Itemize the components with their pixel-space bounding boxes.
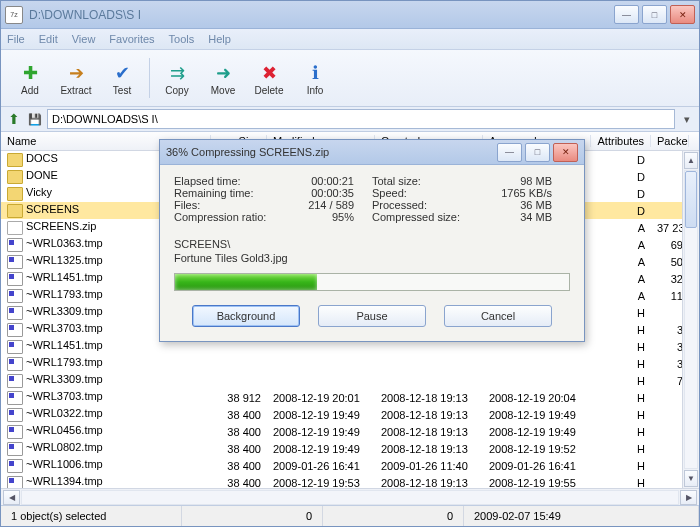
dialog-titlebar[interactable]: 36% Compressing SCREENS.zip — □ ✕ [160, 140, 584, 165]
file-name: ~WRL0456.tmp [26, 424, 103, 436]
table-row[interactable]: ~WRL0456.tmp38 4002008-12-19 19:492008-1… [1, 423, 699, 440]
menu-favorites[interactable]: Favorites [109, 33, 154, 45]
remaining-label: Remaining time: [174, 187, 274, 199]
file-name: ~WRL1793.tmp [26, 288, 103, 300]
menu-file[interactable]: File [7, 33, 25, 45]
table-row[interactable]: ~WRL3309.tmpH7 [1, 372, 699, 389]
file-attr: H [591, 358, 651, 370]
menu-help[interactable]: Help [208, 33, 231, 45]
file-icon [7, 340, 23, 354]
info-label: Info [307, 85, 324, 96]
hscroll-track[interactable] [21, 490, 679, 505]
compressed-label: Compressed size: [372, 211, 472, 223]
scroll-right-icon[interactable]: ▶ [680, 490, 697, 505]
scroll-up-icon[interactable]: ▲ [684, 152, 698, 169]
table-row[interactable]: ~WRL1006.tmp38 4002009-01-26 16:412009-0… [1, 457, 699, 474]
file-name: ~WRL0363.tmp [26, 237, 103, 249]
speed-value: 1765 KB/s [501, 187, 552, 199]
file-name: SCREENS [26, 203, 79, 215]
file-name: ~WRL1006.tmp [26, 458, 103, 470]
table-row[interactable]: ~WRL0802.tmp38 4002008-12-19 19:492008-1… [1, 440, 699, 457]
delete-button[interactable]: ✖Delete [246, 54, 292, 102]
processed-label: Processed: [372, 199, 472, 211]
file-icon [7, 238, 23, 252]
cancel-button[interactable]: Cancel [444, 305, 552, 327]
copy-label: Copy [165, 85, 188, 96]
dropdown-icon[interactable]: ▾ [679, 111, 695, 127]
menu-edit[interactable]: Edit [39, 33, 58, 45]
scroll-thumb[interactable] [685, 171, 697, 228]
minimize-button[interactable]: — [614, 5, 639, 24]
info-button[interactable]: ℹInfo [292, 54, 338, 102]
elapsed-label: Elapsed time: [174, 175, 274, 187]
horizontal-scrollbar[interactable]: ◀ ▶ [1, 488, 699, 505]
file-name: ~WRL3309.tmp [26, 305, 103, 317]
file-name: Vicky [26, 186, 52, 198]
progress-bar [174, 273, 570, 291]
file-icon [7, 391, 23, 405]
file-attr: H [591, 443, 651, 455]
file-icon [7, 170, 23, 184]
table-row[interactable]: ~WRL3703.tmp38 9122008-12-19 20:012008-1… [1, 389, 699, 406]
titlebar[interactable]: 7z D:\DOWNLOADS\S I — □ ✕ [1, 1, 699, 29]
table-row[interactable]: ~WRL1793.tmpH3 [1, 355, 699, 372]
test-button[interactable]: ✔Test [99, 54, 145, 102]
header-packed[interactable]: Packe [651, 135, 689, 147]
file-icon [7, 476, 23, 488]
progress-dialog: 36% Compressing SCREENS.zip — □ ✕ Elapse… [159, 139, 585, 342]
vertical-scrollbar[interactable]: ▲ ▼ [682, 151, 699, 488]
window-controls: — □ ✕ [614, 5, 695, 24]
add-button[interactable]: ✚Add [7, 54, 53, 102]
test-label: Test [113, 85, 131, 96]
extract-icon: ➔ [64, 61, 88, 85]
file-name: ~WRL1325.tmp [26, 254, 103, 266]
table-row[interactable]: ~WRL1394.tmp38 4002008-12-19 19:532008-1… [1, 474, 699, 488]
file-icon [7, 357, 23, 371]
pause-button[interactable]: Pause [318, 305, 426, 327]
scroll-track[interactable] [684, 170, 698, 469]
close-button[interactable]: ✕ [670, 5, 695, 24]
file-modified: 2008-12-19 19:49 [267, 409, 375, 421]
app-icon: 7z [5, 6, 23, 24]
move-icon: ➜ [211, 61, 235, 85]
copy-button[interactable]: ⇉Copy [154, 54, 200, 102]
file-attr: H [591, 375, 651, 387]
menu-view[interactable]: View [72, 33, 96, 45]
address-input[interactable] [47, 109, 675, 129]
current-folder: SCREENS\ [174, 237, 570, 251]
status-selected: 1 object(s) selected [1, 506, 182, 526]
status-size2: 0 [323, 506, 464, 526]
file-created: 2008-12-18 19:13 [375, 443, 483, 455]
background-button[interactable]: Background [192, 305, 300, 327]
scroll-down-icon[interactable]: ▼ [684, 470, 698, 487]
file-attr: A [591, 222, 651, 234]
file-icon [7, 255, 23, 269]
main-window: 7z D:\DOWNLOADS\S I — □ ✕ File Edit View… [0, 0, 700, 527]
extract-label: Extract [60, 85, 91, 96]
header-attributes[interactable]: Attributes [591, 135, 651, 147]
file-attr: D [591, 154, 651, 166]
extract-button[interactable]: ➔Extract [53, 54, 99, 102]
menu-tools[interactable]: Tools [169, 33, 195, 45]
file-accessed: 2008-12-19 19:49 [483, 426, 591, 438]
progress-fill [175, 274, 317, 290]
up-icon[interactable]: ⬆ [5, 110, 23, 128]
copy-icon: ⇉ [165, 61, 189, 85]
table-row[interactable]: ~WRL0322.tmp38 4002008-12-19 19:492008-1… [1, 406, 699, 423]
move-button[interactable]: ➜Move [200, 54, 246, 102]
file-name: ~WRL3309.tmp [26, 373, 103, 385]
dialog-minimize-button[interactable]: — [497, 143, 522, 162]
dialog-maximize-button[interactable]: □ [525, 143, 550, 162]
dialog-close-button[interactable]: ✕ [553, 143, 578, 162]
move-label: Move [211, 85, 235, 96]
file-accessed: 2008-12-19 19:49 [483, 409, 591, 421]
dialog-body: Elapsed time:00:00:21 Remaining time:00:… [160, 165, 584, 341]
file-name: ~WRL1451.tmp [26, 271, 103, 283]
maximize-button[interactable]: □ [642, 5, 667, 24]
scroll-left-icon[interactable]: ◀ [3, 490, 20, 505]
drive-icon: 💾 [27, 111, 43, 127]
file-name: SCREENS.zip [26, 220, 96, 232]
file-modified: 2008-12-19 20:01 [267, 392, 375, 404]
file-name: ~WRL1793.tmp [26, 356, 103, 368]
file-attr: H [591, 409, 651, 421]
